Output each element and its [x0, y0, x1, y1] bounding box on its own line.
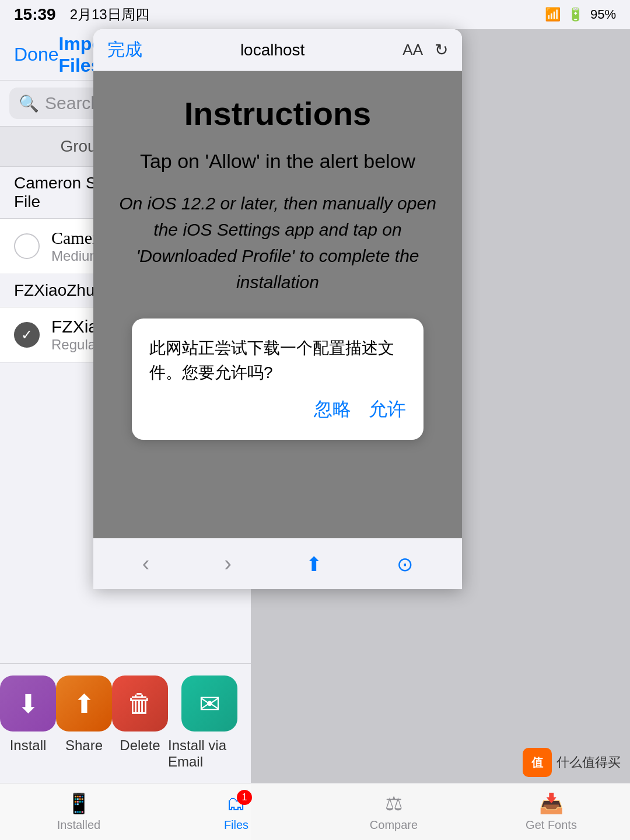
delete-icon: 🗑 — [112, 676, 168, 732]
tab-get-fonts-icon: 📥 — [539, 792, 564, 815]
share-label: Share — [65, 737, 103, 754]
tab-compare-label: Compare — [370, 818, 418, 832]
tab-installed-icon: 📱 — [66, 792, 91, 815]
bottom-actions: ⬇ Install ⬆ Share 🗑 Delete ✉ Install via… — [0, 663, 251, 782]
share-action[interactable]: ⬆ Share — [56, 676, 112, 770]
tab-installed-label: Installed — [57, 818, 101, 832]
tab-installed[interactable]: 📱 Installed — [0, 783, 158, 840]
font-checkbox-cameron[interactable] — [14, 233, 40, 259]
instructions-title: Instructions — [184, 94, 371, 132]
status-time: 15:39 — [14, 5, 56, 24]
search-icon: 🔍 — [19, 94, 39, 113]
font-checkbox-fz[interactable] — [14, 322, 40, 348]
tab-compare[interactable]: ⚖ Compare — [315, 783, 473, 840]
watermark-icon: 值 — [523, 748, 552, 777]
install-icon: ⬇ — [0, 676, 56, 732]
tab-get-fonts[interactable]: 📥 Get Fonts — [473, 783, 630, 840]
done-button[interactable]: Done — [14, 44, 59, 65]
browser-share-button[interactable]: ⬆ — [306, 552, 322, 576]
browser-forward-button[interactable]: › — [224, 551, 232, 576]
browser-compass-button[interactable]: ⊙ — [397, 552, 413, 576]
tab-files-badge: 1 — [237, 790, 252, 805]
install-email-icon: ✉ — [181, 676, 237, 732]
instructions-body: On iOS 12.2 or later, then manually open… — [111, 190, 444, 295]
tab-files-icon: 🗂 1 — [226, 792, 246, 815]
tab-bar: 📱 Installed 🗂 1 Files ⚖ Compare 📥 Get Fo… — [0, 783, 630, 840]
alert-dialog: 此网站正尝试下载一个配置描述文件。您要允许吗? 忽略 允许 — [132, 318, 424, 440]
battery-icon: 🔋 — [568, 7, 583, 22]
watermark-text: 什么值得买 — [556, 754, 621, 771]
tab-get-fonts-label: Get Fonts — [526, 818, 577, 832]
browser-nav: 完成 localhost AA ↻ — [93, 29, 462, 71]
browser-back-button[interactable]: ‹ — [142, 551, 150, 576]
alert-ignore-button[interactable]: 忽略 — [314, 397, 351, 422]
instructions-subtitle: Tap on 'Allow' in the alert below — [140, 150, 415, 173]
alert-message: 此网站正尝试下载一个配置描述文件。您要允许吗? — [149, 336, 406, 385]
install-action[interactable]: ⬇ Install — [0, 676, 56, 770]
install-email-action[interactable]: ✉ Install via Email — [168, 676, 251, 770]
wifi-icon: 📶 — [545, 7, 561, 22]
install-label: Install — [10, 737, 47, 754]
watermark: 值 什么值得买 — [523, 748, 621, 777]
share-icon: ⬆ — [56, 676, 112, 732]
search-input[interactable]: Search — [45, 93, 100, 113]
browser-aa-button[interactable]: AA — [402, 41, 423, 59]
browser-done-button[interactable]: 完成 — [107, 38, 142, 62]
delete-label: Delete — [120, 737, 160, 754]
alert-allow-button[interactable]: 允许 — [369, 397, 406, 422]
browser-bottom-bar: ‹ › ⬆ ⊙ — [93, 538, 462, 589]
status-right: 📶 🔋 95% — [545, 7, 616, 22]
tab-files-label: Files — [224, 818, 249, 832]
browser-reload-button[interactable]: ↻ — [435, 40, 448, 60]
install-email-label: Install via Email — [168, 737, 251, 770]
status-bar: 15:39 2月13日周四 📶 🔋 95% — [0, 0, 630, 29]
browser-overlay: 完成 localhost AA ↻ Instructions Tap on 'A… — [93, 29, 462, 589]
delete-action[interactable]: 🗑 Delete — [112, 676, 168, 770]
battery-percent: 95% — [590, 7, 616, 22]
tab-files[interactable]: 🗂 1 Files — [158, 783, 315, 840]
browser-content: Instructions Tap on 'Allow' in the alert… — [93, 71, 462, 538]
tab-compare-icon: ⚖ — [385, 792, 402, 815]
browser-url: localhost — [240, 41, 305, 60]
status-date: 2月13日周四 — [70, 5, 149, 24]
